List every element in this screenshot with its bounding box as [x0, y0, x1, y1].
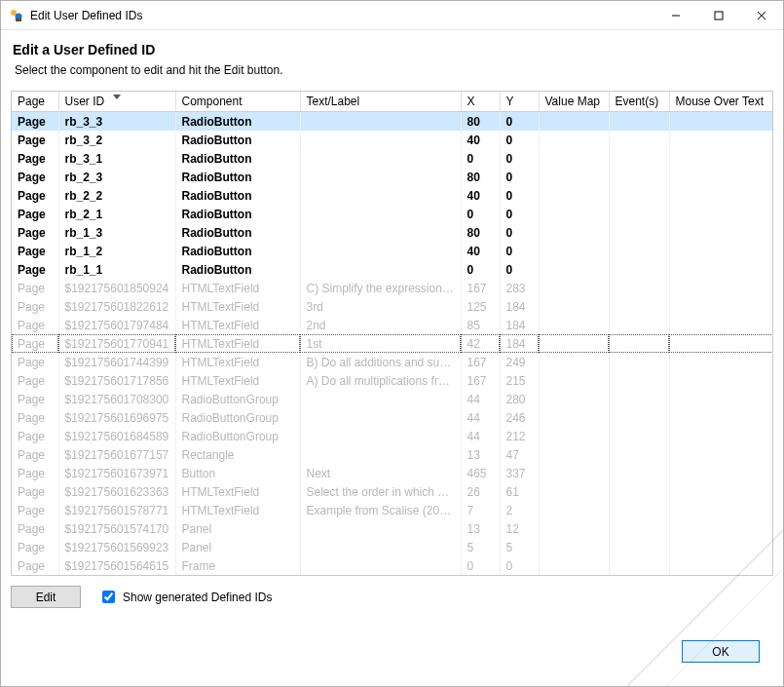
cell-page: Page	[12, 482, 58, 501]
col-mouse-over[interactable]: Mouse Over Text	[669, 92, 773, 112]
cell-comp: HTMLTextField	[175, 482, 300, 501]
col-value-map[interactable]: Value Map	[539, 92, 609, 112]
cell-user: $192175601574170	[58, 519, 175, 538]
col-x[interactable]: X	[461, 92, 500, 112]
edit-button[interactable]: Edit	[11, 586, 81, 608]
cell-text	[300, 427, 461, 445]
cell-page: Page	[12, 149, 58, 168]
table-row[interactable]: Pagerb_1_2RadioButton400	[12, 242, 773, 260]
cell-comp: HTMLTextField	[175, 279, 300, 297]
cell-y: 184	[500, 297, 539, 316]
cell-x: 44	[461, 427, 500, 445]
maximize-button[interactable]	[697, 1, 740, 29]
cell-user: rb_3_1	[58, 149, 175, 168]
table-row[interactable]: Page$192175601744399HTMLTextFieldB) Do a…	[12, 353, 773, 371]
table-row[interactable]: Page$192175601564615Frame00	[12, 556, 773, 575]
cell-user: $192175601673971	[58, 464, 175, 482]
table-row[interactable]: Pagerb_2_1RadioButton00	[12, 205, 773, 223]
table-row[interactable]: Pagerb_1_3RadioButton800	[12, 223, 773, 242]
page-subtext: Select the component to edit and hit the…	[15, 63, 773, 77]
col-y[interactable]: Y	[500, 92, 539, 112]
table-row[interactable]: Page$192175601696975RadioButtonGroup4424…	[12, 408, 773, 427]
cell-comp: RadioButton	[175, 149, 300, 168]
table-row[interactable]: Pagerb_3_2RadioButton400	[12, 131, 773, 149]
cell-text	[300, 168, 461, 186]
table-row[interactable]: Page$192175601623363HTMLTextFieldSelect …	[12, 482, 773, 501]
table-row[interactable]: Pagerb_2_3RadioButton800	[12, 168, 773, 186]
cell-user: $192175601797484	[58, 316, 175, 334]
cell-comp: HTMLTextField	[175, 371, 300, 390]
cell-y: 283	[500, 279, 539, 297]
col-page[interactable]: Page	[12, 92, 58, 112]
table-row[interactable]: Page$192175601708300RadioButtonGroup4428…	[12, 390, 773, 408]
table-row[interactable]: Pagerb_1_1RadioButton00	[12, 260, 773, 279]
table-row[interactable]: Page$192175601822612HTMLTextField3rd1251…	[12, 297, 773, 316]
cell-user: rb_1_3	[58, 223, 175, 242]
table-row[interactable]: Page$192175601850924HTMLTextFieldC) Simp…	[12, 279, 773, 297]
cell-x: 5	[461, 538, 500, 556]
table-row[interactable]: Pagerb_2_2RadioButton400	[12, 186, 773, 205]
table-row[interactable]: Pagerb_3_1RadioButton00	[12, 149, 773, 168]
cell-text: Select the order in which you …	[300, 482, 461, 501]
cell-comp: Rectangle	[175, 445, 300, 464]
cell-x: 167	[461, 371, 500, 390]
cell-user: $192175601696975	[58, 408, 175, 427]
show-generated-toggle[interactable]: Show generated Defined IDs	[98, 588, 272, 606]
table-row[interactable]: Page$192175601797484HTMLTextField2nd8518…	[12, 316, 773, 334]
table-row[interactable]: Page$192175601677157Rectangle1347	[12, 445, 773, 464]
cell-page: Page	[12, 316, 58, 334]
cell-y: 184	[500, 334, 539, 353]
cell-page: Page	[12, 260, 58, 279]
cell-user: $192175601684589	[58, 427, 175, 445]
data-grid[interactable]: Page User ID Component Text/Label X Y Va…	[11, 91, 773, 576]
col-events[interactable]: Event(s)	[609, 92, 669, 112]
cell-user: $192175601677157	[58, 445, 175, 464]
cell-user: rb_3_3	[58, 112, 175, 132]
cell-y: 246	[500, 408, 539, 427]
cell-comp: RadioButton	[175, 260, 300, 279]
cell-page: Page	[12, 223, 58, 242]
cell-x: 0	[461, 260, 500, 279]
close-button[interactable]	[740, 1, 783, 29]
cell-x: 80	[461, 112, 500, 132]
cell-text	[300, 131, 461, 149]
cell-x: 85	[461, 316, 500, 334]
cell-page: Page	[12, 112, 58, 132]
cell-x: 40	[461, 131, 500, 149]
table-row[interactable]: Page$192175601673971ButtonNext465337	[12, 464, 773, 482]
cell-user: $192175601564615	[58, 556, 175, 575]
col-component[interactable]: Component	[175, 92, 300, 112]
table-row[interactable]: Page$192175601770941HTMLTextField1st4218…	[12, 334, 773, 353]
cell-y: 0	[500, 223, 539, 242]
cell-y: 0	[500, 556, 539, 575]
cell-text: B) Do all additions and substr…	[300, 353, 461, 371]
cell-user: $192175601569923	[58, 538, 175, 556]
minimize-button[interactable]	[654, 1, 697, 29]
cell-comp: HTMLTextField	[175, 297, 300, 316]
cell-user: rb_3_2	[58, 131, 175, 149]
table-row[interactable]: Page$192175601574170Panel1312	[12, 519, 773, 538]
cell-x: 7	[461, 501, 500, 519]
cell-page: Page	[12, 445, 58, 464]
cell-comp: RadioButton	[175, 242, 300, 260]
cell-text: C) Simplify the expressions in…	[300, 279, 461, 297]
col-user-id[interactable]: User ID	[58, 92, 175, 112]
ok-button[interactable]: OK	[682, 640, 760, 663]
show-generated-checkbox[interactable]	[102, 591, 115, 603]
cell-text: Example from Scalise (2006), …	[300, 501, 461, 519]
cell-user: $192175601623363	[58, 482, 175, 501]
cell-text: 3rd	[300, 297, 461, 316]
table-row[interactable]: Page$192175601684589RadioButtonGroup4421…	[12, 427, 773, 445]
table-row[interactable]: Page$192175601578771HTMLTextFieldExample…	[12, 501, 773, 519]
table-row[interactable]: Page$192175601569923Panel55	[12, 538, 773, 556]
cell-comp: RadioButtonGroup	[175, 427, 300, 445]
col-text-label[interactable]: Text/Label	[300, 92, 461, 112]
cell-text	[300, 205, 461, 223]
table-row[interactable]: Pagerb_3_3RadioButton800	[12, 112, 773, 132]
cell-y: 47	[500, 445, 539, 464]
table-row[interactable]: Page$192175601717856HTMLTextFieldA) Do a…	[12, 371, 773, 390]
cell-y: 0	[500, 168, 539, 186]
header-row[interactable]: Page User ID Component Text/Label X Y Va…	[12, 92, 773, 112]
cell-text	[300, 556, 461, 575]
cell-page: Page	[12, 205, 58, 223]
